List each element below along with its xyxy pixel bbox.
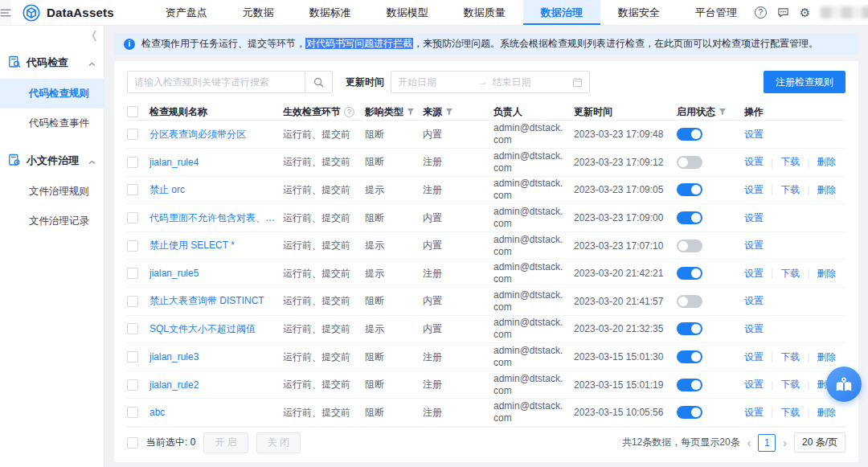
rule-name-link[interactable]: jialan_rule4: [149, 157, 199, 168]
rule-name-link[interactable]: 禁止大表查询带 DISTINCT: [149, 294, 264, 308]
action-设置[interactable]: 设置: [744, 267, 764, 281]
rule-name-link[interactable]: 代码里面不允许包含对表、分区、列的DDL ...: [149, 211, 276, 225]
enable-toggle[interactable]: [677, 322, 702, 335]
sidebar-collapse-icon[interactable]: ❬: [90, 31, 99, 40]
enable-toggle[interactable]: [677, 128, 702, 141]
action-下载[interactable]: 下载: [780, 267, 800, 281]
enable-toggle[interactable]: [677, 267, 702, 280]
user-account[interactable]: [821, 6, 868, 18]
current-page[interactable]: 1: [758, 434, 776, 452]
action-下载[interactable]: 下载: [780, 378, 800, 391]
row-checkbox[interactable]: [127, 323, 138, 334]
action-删除[interactable]: 删除: [817, 350, 836, 364]
rule-name-cell: 代码里面不允许包含对表、分区、列的DDL ...: [149, 211, 283, 225]
filter-icon[interactable]: [719, 108, 727, 116]
nav-tab-资产盘点[interactable]: 资产盘点: [148, 0, 225, 25]
sidebar-item-文件治理记录[interactable]: 文件治理记录: [0, 207, 104, 236]
action-设置[interactable]: 设置: [744, 294, 764, 308]
rule-name-link[interactable]: jialan_rule5: [149, 268, 199, 279]
select-all-footer-checkbox[interactable]: [127, 437, 138, 449]
action-设置[interactable]: 设置: [744, 183, 764, 197]
batch-disable-button[interactable]: 关 闭: [256, 432, 301, 453]
row-checkbox[interactable]: [127, 351, 138, 363]
enable-toggle[interactable]: [677, 211, 702, 224]
sidebar-group-小文件治理[interactable]: 小文件治理: [0, 145, 104, 177]
enable-toggle[interactable]: [677, 406, 702, 419]
nav-tab-数据质量[interactable]: 数据质量: [446, 0, 523, 25]
action-下载[interactable]: 下载: [780, 350, 800, 364]
row-checkbox[interactable]: [127, 157, 138, 168]
action-设置[interactable]: 设置: [744, 406, 764, 420]
top-nav: 资产盘点元数据数据标准数据模型数据质量数据治理数据安全平台管理: [148, 0, 755, 25]
rule-name-link[interactable]: 禁止 orc: [149, 183, 185, 197]
gear-icon[interactable]: ⚙: [800, 6, 810, 18]
action-设置[interactable]: 设置: [744, 378, 764, 391]
row-checkbox[interactable]: [127, 379, 138, 391]
next-page-icon[interactable]: ›: [783, 438, 787, 448]
action-设置[interactable]: 设置: [744, 155, 764, 169]
action-删除[interactable]: 删除: [817, 267, 836, 281]
action-删除[interactable]: 删除: [817, 183, 836, 197]
rule-name-link[interactable]: SQL文件大小不超过阈值: [149, 322, 256, 336]
nav-tab-数据安全[interactable]: 数据安全: [600, 0, 678, 25]
row-checkbox[interactable]: [127, 129, 138, 140]
rule-name-link[interactable]: 分区表查询必须带分区: [149, 128, 246, 141]
date-range-picker[interactable]: 开始日期 → 结束日期: [391, 71, 590, 93]
rule-name-link[interactable]: jialan_rule3: [149, 351, 199, 363]
nav-tab-元数据[interactable]: 元数据: [225, 0, 292, 25]
enable-toggle[interactable]: [677, 295, 702, 308]
sidebar-item-代码检查事件[interactable]: 代码检查事件: [0, 109, 104, 138]
sidebar-group-label: 小文件治理: [27, 154, 79, 168]
row-checkbox[interactable]: [127, 296, 138, 307]
sidebar-item-代码检查规则[interactable]: 代码检查规则: [0, 79, 104, 109]
menu-toggle[interactable]: [0, 0, 11, 25]
status-cell: [677, 406, 744, 419]
search-button[interactable]: [305, 72, 332, 92]
owner-email: admin@dtstack.com: [493, 373, 567, 397]
select-all-checkbox[interactable]: [127, 106, 138, 117]
action-设置[interactable]: 设置: [744, 128, 764, 141]
enable-toggle[interactable]: [677, 350, 702, 363]
batch-enable-button[interactable]: 开 启: [203, 432, 248, 453]
rule-name-link[interactable]: abc: [149, 407, 165, 418]
nav-tab-平台管理[interactable]: 平台管理: [678, 0, 755, 25]
impact-cell: 提示: [365, 267, 423, 281]
action-设置[interactable]: 设置: [744, 350, 764, 364]
filter-icon[interactable]: [445, 108, 453, 116]
prev-page-icon[interactable]: ‹: [747, 438, 751, 448]
action-设置[interactable]: 设置: [744, 322, 764, 336]
message-icon[interactable]: [777, 6, 789, 18]
date-filter-label: 更新时间: [346, 76, 384, 89]
row-checkbox[interactable]: [127, 407, 138, 418]
rule-name-link[interactable]: 禁止使用 SELECT *: [149, 239, 235, 252]
register-rule-button[interactable]: 注册检查规则: [764, 71, 845, 93]
hamburger-icon: [0, 8, 11, 18]
action-删除[interactable]: 删除: [817, 406, 836, 420]
action-下载[interactable]: 下载: [780, 406, 800, 420]
page-size-select[interactable]: 20 条/页: [794, 432, 845, 453]
enable-toggle[interactable]: [677, 379, 702, 391]
action-下载[interactable]: 下载: [780, 155, 800, 169]
row-checkbox[interactable]: [127, 184, 138, 195]
nav-tab-数据标准[interactable]: 数据标准: [292, 0, 369, 25]
search-input[interactable]: [128, 76, 305, 88]
impact-cell: 阻断: [365, 211, 423, 225]
row-checkbox[interactable]: [127, 240, 138, 252]
nav-tab-数据模型[interactable]: 数据模型: [369, 0, 446, 25]
help-icon[interactable]: ?: [755, 6, 767, 18]
rule-name-link[interactable]: jialan_rule2: [149, 379, 199, 391]
enable-toggle[interactable]: [677, 183, 702, 196]
action-设置[interactable]: 设置: [744, 211, 764, 225]
nav-tab-数据治理[interactable]: 数据治理: [523, 0, 600, 25]
action-下载[interactable]: 下载: [780, 183, 800, 197]
help-widget-button[interactable]: [826, 367, 862, 402]
action-删除[interactable]: 删除: [817, 155, 836, 169]
row-checkbox[interactable]: [127, 268, 138, 279]
sidebar-item-文件治理规则[interactable]: 文件治理规则: [0, 177, 104, 207]
row-checkbox[interactable]: [127, 212, 138, 223]
sidebar-group-代码检查[interactable]: 代码检查: [0, 47, 104, 79]
action-设置[interactable]: 设置: [744, 239, 764, 252]
enable-toggle[interactable]: [677, 240, 702, 252]
enable-toggle[interactable]: [677, 156, 702, 169]
filter-icon[interactable]: [407, 108, 415, 116]
